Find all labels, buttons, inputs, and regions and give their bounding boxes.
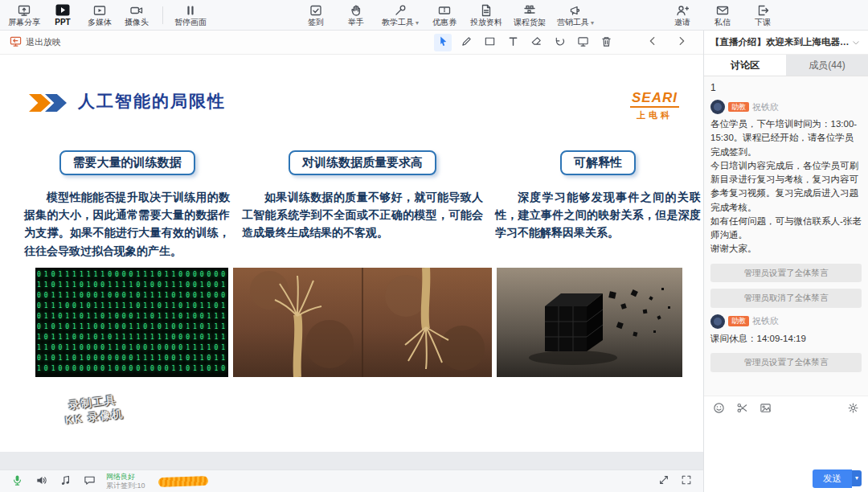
top-toolbar: 屏幕分享 PPT 多媒体 摄像头 暂停画面 签到 [0,0,868,31]
speaker-icon [35,474,47,489]
matrix-code-image: 0101111111000011101100000000 11011101001… [35,268,228,377]
microphone-icon [11,474,23,489]
next-slide-button[interactable] [673,34,690,51]
toolbar-item-ppt[interactable]: PPT [48,4,77,27]
background-music-button[interactable] [58,474,72,489]
chat-message-list[interactable]: 1 助教 祝铁欣 各位学员，下午培训时间为：13:00-15:30。课程已经开始… [704,76,868,396]
pen-tool-button[interactable] [457,34,475,51]
matrix-glyphs: 0101111111000011101100000000 11011101001… [37,269,227,375]
toolbar-label: 多媒体 [88,18,112,27]
toolbar-item-teaching-tools[interactable]: 教学工具▾ [382,4,419,27]
eraser-tool-button[interactable] [527,34,545,51]
toolbar-item-invite[interactable]: 邀请 [668,4,697,27]
live-intro-title: 【直播介绍】欢迎来到上海电器… [710,36,850,48]
system-notice: 管理员设置了全体禁言 [710,264,862,283]
pause-screen-icon [184,4,197,17]
resize-button[interactable] [657,474,671,489]
toolbar-item-course-shelf[interactable]: 课程货架 [514,4,546,27]
invite-icon [676,4,689,17]
avatar[interactable] [710,100,725,114]
content-row: 退出放映 [0,31,868,492]
ppt-slide[interactable]: 人工智能的局限性 SEARI 上电科 需要大量的训练数据 对训练数据质量要求高 … [0,55,703,452]
chat-input[interactable] [710,423,862,461]
toolbar-label: 下课 [755,18,771,27]
toolbar-item-checkin[interactable]: 签到 [301,4,330,27]
main-area: 退出放映 [0,31,703,492]
undo-tool-button[interactable] [551,34,568,51]
toolbar-tools-group: 签到 举手 教学工具▾ 优惠券 投放资料 课程货架 [301,4,594,27]
cursor-icon [437,35,449,50]
toolbar-label: 课程货架 [514,18,546,27]
assistant-badge: 助教 [728,316,749,326]
toolbar-label: 屏幕分享 [8,18,40,27]
slide-header: 人工智能的局限性 SEARI 上电科 [0,55,703,120]
toolbar-item-marketing-tools[interactable]: 营销工具▾ [557,4,594,27]
speaker-button[interactable] [34,474,48,489]
fullscreen-button[interactable] [679,474,694,489]
chat-username: 祝铁欣 [752,101,779,113]
previous-slide-button[interactable] [644,34,661,51]
chat-input-toolbar [704,396,868,420]
chevron-down-icon[interactable] [850,39,862,47]
text-icon [507,35,519,50]
chat-message: 助教 祝铁欣 各位学员，下午培训时间为：13:00-15:30。课程已经开始，请… [710,100,862,256]
live-teaching-app-window: 屏幕分享 PPT 多媒体 摄像头 暂停画面 签到 [0,0,868,492]
screen-annotate-tool-button[interactable] [574,34,592,51]
chat-message: 1 [710,82,862,93]
toolbar-label: PPT [55,18,70,27]
chat-message: 助教 祝铁欣 课间休息：14:09-14:19 [710,314,862,346]
chat-message-text: 课间休息：14:09-14:19 [710,332,862,346]
chat-status-button[interactable] [82,474,96,489]
toolbar-item-pause-screen[interactable]: 暂停画面 [174,4,207,27]
chat-settings-button[interactable] [846,401,860,415]
body-text-row: 模型性能能否提升取决于训练用的数据集的大小，因此通常需要大量的数据作为支撑。如果… [0,188,703,259]
system-notice: 管理员设置了全体禁言 [710,353,862,372]
emoji-button[interactable] [712,401,726,415]
heading-box: 需要大量的训练数据 [59,150,195,175]
toolbar-item-private-message[interactable]: 私信 [708,4,737,27]
screenshot-button[interactable] [735,401,749,415]
toolbar-item-materials[interactable]: 投放资料 [470,4,502,27]
exit-presentation-button[interactable]: 退出放映 [10,35,61,50]
exit-presentation-label: 退出放映 [26,36,61,48]
fullscreen-icon [681,474,692,488]
chevron-down-icon: ▾ [591,19,594,27]
toolbar-label: 优惠券 [432,18,457,27]
send-options-button[interactable]: ▾ [852,470,862,486]
cursor-tool-button[interactable] [434,34,452,51]
toolbar-label: 暂停画面 [174,18,207,27]
checkin-icon [309,4,322,17]
toolbar-item-camera[interactable]: 摄像头 [122,4,151,27]
body-paragraph: 模型性能能否提升取决于训练用的数据集的大小，因此通常需要大量的数据作为支撑。如果… [24,188,230,259]
clear-annotations-button[interactable] [597,34,615,51]
toolbar-item-raise-hand[interactable]: 举手 [342,4,371,27]
title-chevrons-icon [29,94,67,112]
redacted-scribble [158,475,207,486]
send-button[interactable]: 发送 [813,469,852,488]
tab-members[interactable]: 成员(44) [786,55,868,76]
tab-discussion[interactable]: 讨论区 [704,55,786,76]
live-intro-header[interactable]: 【直播介绍】欢迎来到上海电器… [704,31,868,55]
chat-username: 祝铁欣 [752,315,779,327]
rectangle-tool-button[interactable] [481,34,498,51]
toolbar-item-coupon[interactable]: 优惠券 [430,4,459,27]
camera-icon [130,4,143,17]
bottom-bar-right [657,474,694,489]
image-button[interactable] [759,401,772,415]
toolbar-label: 签到 [308,18,324,27]
status-block: 网络良好 累计签到:10 [106,473,145,490]
avatar[interactable] [710,314,725,329]
toolbar-item-screen-share[interactable]: 屏幕分享 [8,4,40,27]
toolbar-label: 营销工具▾ [557,18,594,27]
logo-brand-text: SEARI [630,90,679,108]
toolbar-item-multimedia[interactable]: 多媒体 [85,4,114,27]
slide-navigation [644,34,690,51]
chat-send-row: 发送 ▾ [704,465,868,492]
toolbar-item-end-class[interactable]: 下课 [748,4,777,27]
chat-input-area [704,420,868,465]
chat-sidebar: 【直播介绍】欢迎来到上海电器… 讨论区 成员(44) 1 助教 祝铁欣 各位学员… [703,31,868,492]
marketing-tools-icon [569,4,582,17]
microphone-button[interactable] [10,474,24,489]
text-tool-button[interactable] [504,34,522,51]
multimedia-icon [93,4,106,17]
